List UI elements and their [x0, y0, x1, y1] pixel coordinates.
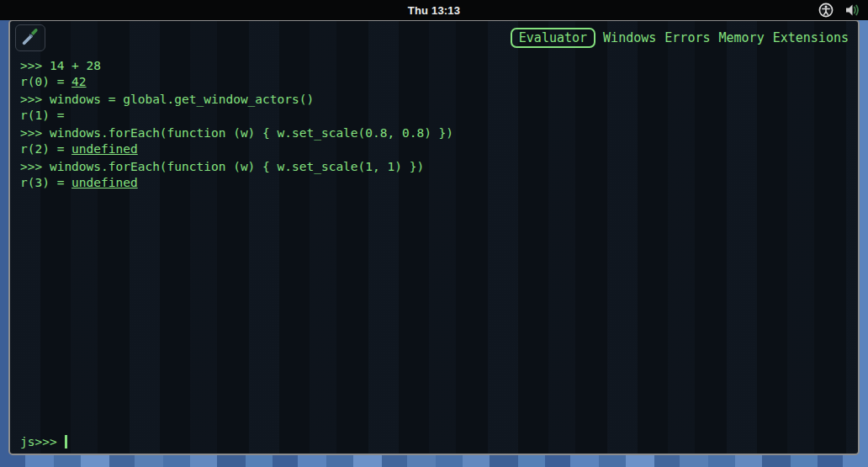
result-entry: >>> 14 + 28 r(0) = 42 — [20, 58, 848, 90]
result-line: r(2) = undefined — [20, 141, 848, 157]
volume-icon[interactable] — [845, 3, 861, 17]
input-line: >>> windows = global.get_window_actors() — [20, 92, 848, 108]
tab-windows[interactable]: Windows — [599, 29, 660, 46]
eyedropper-icon — [21, 27, 40, 49]
input-line: >>> 14 + 28 — [20, 58, 848, 74]
input-line: >>> windows.forEach(function (w) { w.set… — [20, 125, 848, 141]
result-line: r(1) = — [20, 108, 848, 124]
evaluator-results: >>> 14 + 28 r(0) = 42 >>> windows = glob… — [20, 58, 848, 193]
result-label: r(3) = — [20, 176, 71, 189]
tab-bar: Evaluator Windows Errors Memory Extensio… — [511, 28, 853, 48]
result-label: r(0) = — [20, 75, 71, 88]
text-cursor — [65, 435, 67, 448]
result-line: r(0) = 42 — [20, 74, 848, 90]
result-label: r(1) = — [20, 109, 71, 122]
object-picker-button[interactable] — [15, 24, 45, 51]
tab-memory[interactable]: Memory — [715, 29, 769, 46]
tab-evaluator[interactable]: Evaluator — [511, 28, 595, 48]
tab-errors[interactable]: Errors — [660, 29, 714, 46]
result-entry: >>> windows = global.get_window_actors()… — [20, 92, 848, 124]
result-label: r(2) = — [20, 142, 71, 156]
accessibility-icon[interactable] — [818, 3, 834, 18]
looking-glass-toolbar: Evaluator Windows Errors Memory Extensio… — [10, 21, 858, 53]
input-line: >>> windows.forEach(function (w) { w.set… — [20, 159, 848, 175]
status-icon-area — [818, 0, 861, 20]
js-prompt-label: js>>> — [20, 435, 57, 448]
clock[interactable]: Thu 13:13 — [408, 4, 460, 17]
result-value-link[interactable]: 42 — [71, 75, 86, 88]
tab-extensions[interactable]: Extensions — [769, 29, 853, 46]
result-line: r(3) = undefined — [20, 175, 848, 191]
top-bar: Thu 13:13 — [0, 0, 868, 20]
result-value-link[interactable]: undefined — [71, 142, 138, 156]
result-value-link[interactable]: undefined — [71, 176, 138, 189]
result-entry: >>> windows.forEach(function (w) { w.set… — [20, 159, 848, 191]
looking-glass-window: Evaluator Windows Errors Memory Extensio… — [8, 19, 860, 455]
result-entry: >>> windows.forEach(function (w) { w.set… — [20, 125, 848, 157]
js-input-row[interactable]: js>>> — [20, 435, 67, 448]
